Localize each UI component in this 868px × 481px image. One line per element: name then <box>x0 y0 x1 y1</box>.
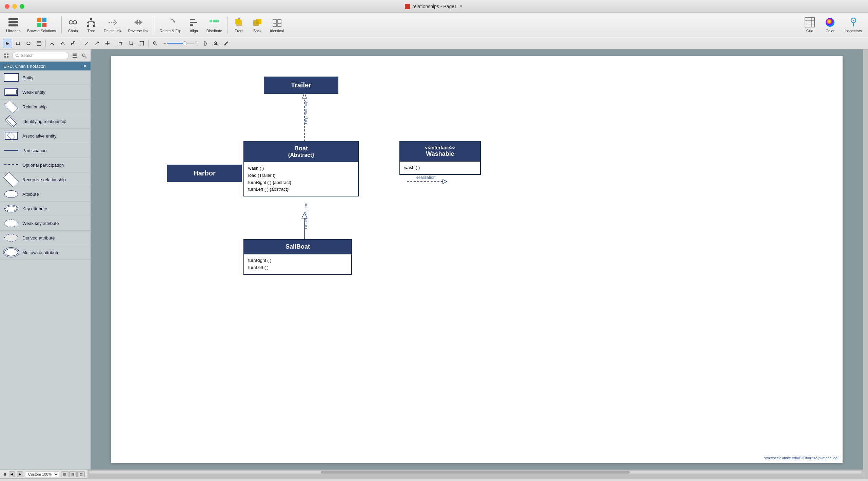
boat-header-line2: {Abstract} <box>248 152 354 158</box>
zoom-slider[interactable] <box>167 43 194 44</box>
crosshair-tool[interactable] <box>103 39 112 48</box>
sidebar-search-toggle[interactable] <box>80 52 88 59</box>
svg-rect-96 <box>63 473 66 476</box>
connector-tool[interactable] <box>58 39 67 48</box>
sidebar-grid-view[interactable] <box>3 52 10 59</box>
svg-rect-3 <box>37 18 41 22</box>
svg-line-77 <box>18 56 19 57</box>
line-tool[interactable] <box>82 39 91 48</box>
zoom-handle[interactable] <box>183 41 187 45</box>
harbor-node[interactable]: Harbor <box>167 165 242 184</box>
arrow-tool[interactable] <box>92 39 102 48</box>
svg-rect-48 <box>16 42 20 45</box>
sidebar-item-key-attribute[interactable]: Key attribute <box>0 202 91 216</box>
multivalue-attribute-label: Multivalue attribute <box>22 250 59 255</box>
ellipse-tool[interactable] <box>24 39 33 48</box>
crop-tool[interactable] <box>126 39 136 48</box>
scroll-thumb[interactable] <box>321 471 630 474</box>
secondary-toolbar: − + <box>0 37 868 49</box>
title-dropdown-arrow[interactable]: ▼ <box>459 4 463 9</box>
main-layout: Search ERD, Chen's notation ✕ Entity <box>0 49 868 469</box>
scroll-track[interactable] <box>89 471 862 474</box>
associative-entity-label: Associative entity <box>22 133 56 139</box>
svg-rect-30 <box>216 20 219 22</box>
toolbar-back[interactable]: Back <box>249 16 266 34</box>
toolbar-distribute[interactable]: Distribute <box>204 16 225 34</box>
minimize-button[interactable] <box>12 4 17 9</box>
sidebar-close-icon[interactable]: ✕ <box>83 63 87 69</box>
toolbar-chain[interactable]: Chain <box>64 16 81 34</box>
rotate-tool[interactable] <box>116 39 125 48</box>
svg-line-22 <box>114 22 117 25</box>
sidebar-item-attribute[interactable]: Attribute <box>0 187 91 202</box>
sailboat-method-1: turnRight ( ) <box>248 257 347 264</box>
boat-method-3: turnRight ( ) {abstract} <box>248 179 354 186</box>
chain-label: Chain <box>68 29 78 33</box>
toolbar-front[interactable]: Front <box>231 16 248 34</box>
svg-line-69 <box>156 44 157 45</box>
zoom-out-icon[interactable]: − <box>163 41 166 46</box>
identical-icon <box>272 17 282 28</box>
diagram-canvas[interactable]: Dependency * Association Realization Gen… <box>111 56 843 463</box>
view-btn-2[interactable] <box>69 471 77 477</box>
zoom-in-icon[interactable]: + <box>196 41 198 46</box>
toolbar-align[interactable]: Align <box>185 16 202 34</box>
close-button[interactable] <box>5 4 9 9</box>
pencil-tool[interactable] <box>221 39 231 48</box>
pause-button[interactable]: ⏸ <box>3 472 7 477</box>
next-page-button[interactable]: ▶ <box>17 471 23 477</box>
canvas-area[interactable]: Dependency * Association Realization Gen… <box>91 49 863 469</box>
key-attribute-shape-icon <box>3 204 19 214</box>
toolbar-delete-link[interactable]: Delete link <box>101 16 124 34</box>
sidebar-item-optional-participation[interactable]: Optional participation <box>0 158 91 172</box>
zoom-select[interactable]: Custom 108% <box>25 471 59 477</box>
sidebar-list-view[interactable] <box>71 52 78 59</box>
sidebar-item-weak-entity[interactable]: Weak entity <box>0 85 91 100</box>
toolbar-grid[interactable]: Grid <box>801 16 818 34</box>
toolbar-sep-2 <box>154 17 154 34</box>
front-icon <box>234 17 244 28</box>
view-btn-1[interactable] <box>61 471 68 477</box>
identical-label: Identical <box>270 29 284 33</box>
horizontal-scrollbar[interactable] <box>87 469 863 475</box>
boat-method-2: load (Trailer t) <box>248 172 354 179</box>
toolbar-browse-solutions[interactable]: Browse Solutions <box>24 16 59 34</box>
toolbar-libraries[interactable]: Libraries <box>3 16 23 34</box>
weak-entity-label: Weak entity <box>22 90 45 95</box>
sidebar-item-entity[interactable]: Entity <box>0 70 91 85</box>
svg-rect-9 <box>72 22 74 23</box>
sidebar-item-multivalue-attribute[interactable]: Multivalue attribute <box>0 245 91 260</box>
search-box[interactable]: Search <box>12 52 69 59</box>
right-scrollbar[interactable] <box>863 49 868 469</box>
bend-connector-tool[interactable] <box>68 39 78 48</box>
toolbar-tree[interactable]: Tree <box>83 16 100 34</box>
view-btn-3[interactable] <box>77 471 85 477</box>
sidebar-item-recursive-relationship[interactable]: Recursive relationship <box>0 172 91 187</box>
sidebar-item-participation[interactable]: Participation <box>0 143 91 158</box>
sidebar-item-relationship[interactable]: Relationship <box>0 100 91 114</box>
toolbar-color[interactable]: Color <box>822 16 839 34</box>
transform-tool[interactable] <box>137 39 146 48</box>
sidebar-item-derived-attribute[interactable]: Derived attribute <box>0 231 91 245</box>
select-tool[interactable] <box>3 39 12 48</box>
sidebar-item-weak-key-attribute[interactable]: Weak key attribute <box>0 216 91 231</box>
table-tool[interactable] <box>34 39 44 48</box>
sidebar-item-associative-entity[interactable]: Associative entity <box>0 129 91 143</box>
washable-method-1: wash ( ) <box>404 164 476 171</box>
arc-tool[interactable] <box>47 39 57 48</box>
user-tool[interactable] <box>211 39 220 48</box>
maximize-button[interactable] <box>20 4 24 9</box>
toolbar-reverse-link[interactable]: Reverse link <box>125 16 152 34</box>
sidebar-item-identifying-relationship[interactable]: Identifying relationship <box>0 114 91 129</box>
svg-rect-75 <box>7 56 8 58</box>
toolbar-inspectors[interactable]: Inspectors <box>842 16 865 34</box>
toolbar-rotate-flip[interactable]: Rotate & Flip <box>157 16 184 34</box>
prev-page-button[interactable]: ◀ <box>9 471 15 477</box>
hand-tool[interactable] <box>200 39 210 48</box>
trailer-node[interactable]: Trailer <box>264 77 338 96</box>
rectangle-tool[interactable] <box>13 39 23 48</box>
footer-link[interactable]: http://sce2.umkc.edu/BIT/burrise/pi/mode… <box>764 456 839 460</box>
svg-rect-27 <box>190 24 193 26</box>
toolbar-identical[interactable]: Identical <box>267 16 287 34</box>
zoom-out-tool[interactable] <box>150 39 160 48</box>
